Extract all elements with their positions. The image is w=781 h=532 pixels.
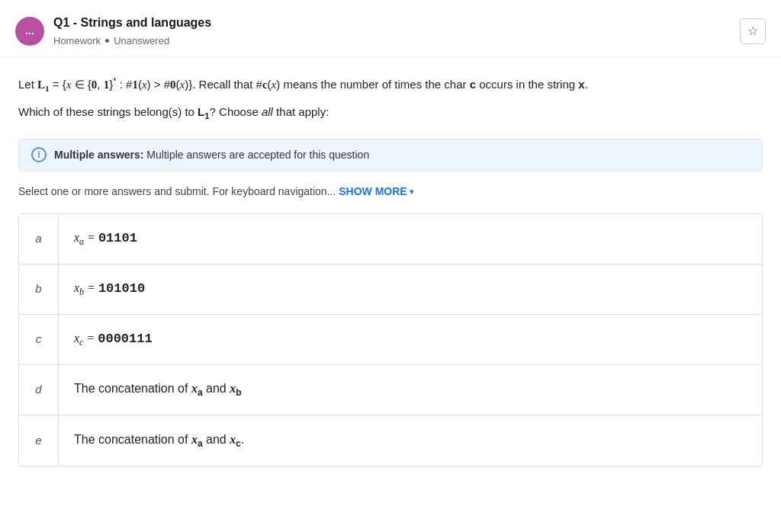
instruction-main: Select one or more answers and submit. F… — [18, 185, 336, 197]
option-d-label: d — [19, 365, 59, 415]
star-button[interactable]: ☆ — [740, 18, 766, 44]
avatar: ... — [15, 17, 44, 46]
meta-status: Unanswered — [114, 34, 169, 49]
meta-dot — [105, 39, 109, 43]
chevron-down-icon: ▾ — [410, 186, 413, 197]
option-d[interactable]: d The concatenation of xa and xb — [19, 365, 762, 415]
avatar-initials: ... — [25, 23, 34, 39]
header: ... Q1 - Strings and languages Homework … — [0, 0, 781, 57]
option-e[interactable]: e The concatenation of xa and xc. — [19, 415, 762, 466]
option-c-content: xc = 0000111 — [59, 319, 762, 360]
show-more-link[interactable]: SHOW MORE ▾ — [339, 184, 413, 200]
option-e-content: The concatenation of xa and xc. — [59, 420, 762, 461]
info-icon: i — [31, 147, 47, 162]
option-b-label: b — [19, 264, 59, 314]
info-banner-label: Multiple answers: — [54, 149, 143, 161]
question-title: Q1 - Strings and languages — [53, 14, 211, 32]
option-c-label: c — [19, 315, 59, 364]
question-line2: Which of these strings belong(s) to L1? … — [18, 102, 763, 123]
info-banner: i Multiple answers: Multiple answers are… — [18, 139, 763, 171]
header-info: Q1 - Strings and languages Homework Unan… — [53, 14, 211, 49]
option-a-label: a — [19, 214, 59, 264]
page-wrapper: ... Q1 - Strings and languages Homework … — [0, 0, 781, 532]
show-more-label: SHOW MORE — [339, 184, 407, 200]
option-a-content: xa = 01101 — [59, 218, 762, 259]
option-a[interactable]: a xa = 01101 — [19, 214, 762, 264]
question-line1: Let L1 = {x ∈ {0, 1}* : #1(x) > #0(x)}. … — [18, 74, 763, 96]
star-icon: ☆ — [747, 24, 758, 38]
option-d-content: The concatenation of xa and xb — [59, 369, 762, 410]
option-b[interactable]: b xb = 101010 — [19, 264, 762, 315]
header-left: ... Q1 - Strings and languages Homework … — [15, 14, 211, 49]
instruction-text: Select one or more answers and submit. F… — [18, 184, 763, 200]
option-e-label: e — [19, 415, 59, 466]
header-meta: Homework Unanswered — [53, 34, 211, 49]
options-container: a xa = 01101 b xb = 101010 c xc = 000011… — [18, 213, 763, 466]
meta-type: Homework — [53, 34, 101, 49]
option-b-content: xb = 101010 — [59, 268, 762, 309]
info-banner-text: Multiple answers: Multiple answers are a… — [54, 147, 369, 163]
option-c[interactable]: c xc = 0000111 — [19, 315, 762, 365]
info-banner-description: Multiple answers are accepted for this q… — [143, 149, 369, 161]
content: Let L1 = {x ∈ {0, 1}* : #1(x) > #0(x)}. … — [0, 57, 781, 485]
